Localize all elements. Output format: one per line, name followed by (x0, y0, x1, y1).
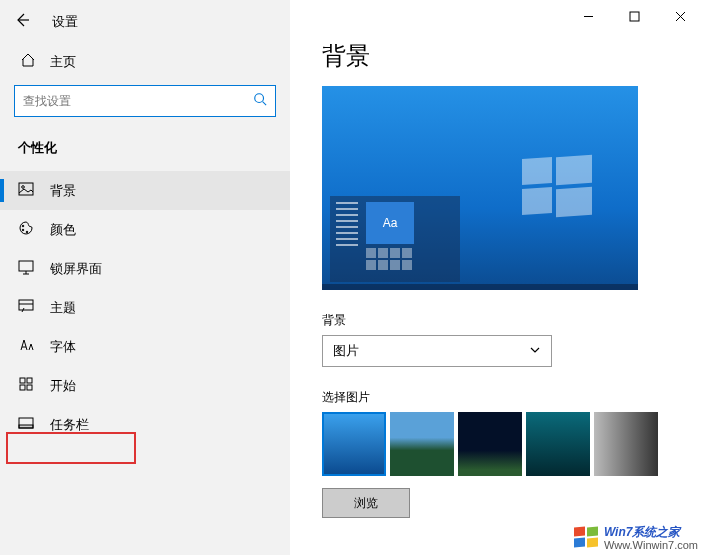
svg-point-4 (22, 229, 24, 231)
background-type-select[interactable]: 图片 (322, 335, 552, 367)
background-label: 背景 (322, 312, 704, 329)
maximize-button[interactable] (620, 6, 648, 26)
sidebar-item-label: 主题 (50, 299, 76, 317)
picture-thumb-3[interactable] (458, 412, 522, 476)
watermark: Win7系统之家 Www.Winwin7.com (574, 526, 698, 551)
svg-rect-8 (20, 378, 25, 383)
brush-icon (18, 298, 34, 317)
main-content: 背景 Aa 背景 图片 选择图片 浏览 Win7系统之家 Www.Winwin7 (290, 0, 704, 555)
watermark-line1: Win7系统之家 (604, 526, 698, 539)
sidebar-item-background[interactable]: 背景 (0, 171, 290, 210)
window-title: 设置 (52, 13, 78, 31)
close-button[interactable] (666, 6, 694, 26)
sidebar-item-label: 任务栏 (50, 416, 89, 434)
picture-thumb-4[interactable] (526, 412, 590, 476)
grid-icon (18, 376, 34, 395)
home-label: 主页 (50, 53, 76, 71)
sidebar-item-label: 开始 (50, 377, 76, 395)
minimize-button[interactable] (574, 6, 602, 26)
svg-point-5 (26, 231, 28, 233)
back-icon[interactable] (14, 12, 30, 32)
window-controls (574, 6, 694, 26)
picture-thumbnails (322, 412, 704, 476)
sidebar-item-taskbar[interactable]: 任务栏 (0, 405, 290, 444)
svg-rect-14 (630, 12, 639, 21)
svg-rect-1 (19, 183, 33, 195)
picture-thumb-5[interactable] (594, 412, 658, 476)
browse-button[interactable]: 浏览 (322, 488, 410, 518)
taskbar-icon (18, 415, 34, 434)
picture-thumb-2[interactable] (390, 412, 454, 476)
sidebar-item-label: 背景 (50, 182, 76, 200)
sidebar-item-label: 颜色 (50, 221, 76, 239)
svg-rect-7 (19, 300, 33, 310)
home-icon (20, 52, 36, 71)
svg-point-0 (255, 94, 264, 103)
settings-sidebar: 设置 主页 个性化 背景 颜色 锁屏界面 主题 字体 开始 任务栏 (0, 0, 290, 555)
picture-icon (18, 181, 34, 200)
sidebar-item-themes[interactable]: 主题 (0, 288, 290, 327)
watermark-line2: Www.Winwin7.com (604, 539, 698, 551)
choose-picture-label: 选择图片 (322, 389, 704, 406)
palette-icon (18, 220, 34, 239)
search-icon (253, 92, 267, 110)
svg-rect-11 (27, 385, 32, 390)
section-title: 个性化 (0, 133, 290, 171)
desktop-preview: Aa (322, 86, 638, 290)
sidebar-item-label: 字体 (50, 338, 76, 356)
header-row: 设置 (0, 0, 290, 44)
search-input-wrapper[interactable] (14, 85, 276, 117)
browse-label: 浏览 (354, 495, 378, 512)
chevron-down-icon (529, 344, 541, 359)
sidebar-item-lockscreen[interactable]: 锁屏界面 (0, 249, 290, 288)
start-menu-mock: Aa (330, 196, 460, 282)
sidebar-item-fonts[interactable]: 字体 (0, 327, 290, 366)
svg-rect-13 (19, 425, 33, 428)
windows-logo-icon (522, 156, 592, 216)
monitor-icon (18, 259, 34, 278)
sidebar-item-start[interactable]: 开始 (0, 366, 290, 405)
home-button[interactable]: 主页 (0, 44, 290, 81)
select-value: 图片 (333, 342, 359, 360)
sidebar-item-colors[interactable]: 颜色 (0, 210, 290, 249)
svg-rect-9 (27, 378, 32, 383)
font-icon (18, 337, 34, 356)
sample-tile: Aa (366, 202, 414, 244)
sidebar-item-label: 锁屏界面 (50, 260, 102, 278)
windows-flag-icon (574, 527, 600, 549)
search-input[interactable] (23, 94, 253, 108)
taskbar-mock (322, 284, 638, 290)
picture-thumb-1[interactable] (322, 412, 386, 476)
svg-point-2 (22, 186, 25, 189)
svg-rect-10 (20, 385, 25, 390)
svg-point-3 (22, 225, 24, 227)
svg-rect-6 (19, 261, 33, 271)
